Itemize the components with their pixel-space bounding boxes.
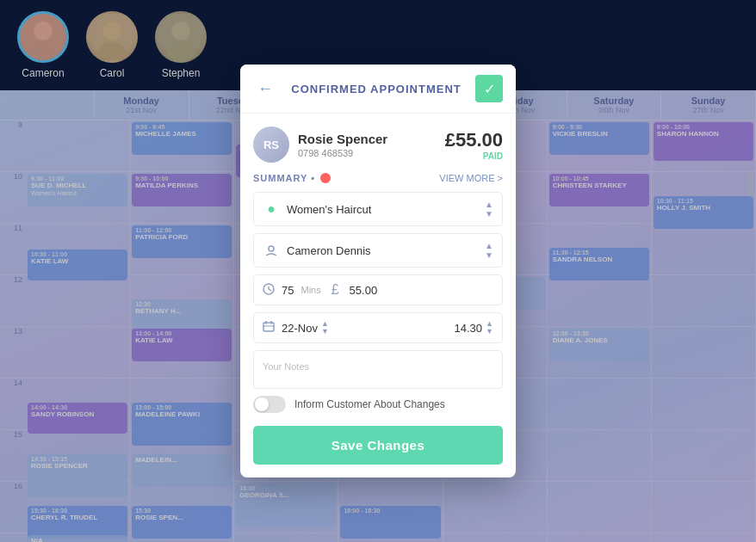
svg-point-6 xyxy=(269,246,274,251)
back-button[interactable]: ← xyxy=(253,77,277,101)
customer-avatar: RS xyxy=(253,126,289,163)
calendar-icon xyxy=(263,320,275,336)
modal-body: RS Rosie Spencer 0798 468539 £55.00 PAID… xyxy=(240,114,516,477)
duration-mins: 75 xyxy=(282,284,294,297)
toggle-row: Inform Customer About Changes xyxy=(253,396,503,413)
view-more-link[interactable]: VIEW MORE > xyxy=(439,173,503,183)
toggle-label: Inform Customer About Changes xyxy=(294,398,445,410)
customer-phone: 0798 468539 xyxy=(298,148,445,158)
customer-price: £55.00 PAID xyxy=(445,129,503,161)
save-label: Save Changes xyxy=(332,438,425,453)
modal-title: CONFIRMED APPOINTMENT xyxy=(277,83,475,95)
summary-label: SUMMARY • xyxy=(253,173,315,183)
modal-header: ← CONFIRMED APPOINTMENT ✓ xyxy=(240,65,516,114)
service-field[interactable]: ● Women's Haircut ▲ ▼ xyxy=(253,192,503,226)
stylist-icon xyxy=(263,244,280,256)
duration-row: 75 Mins £ 55.00 xyxy=(253,274,503,305)
summary-left: SUMMARY • xyxy=(253,173,331,183)
date-part: 22-Nov ▲ ▼ xyxy=(282,320,329,336)
price-sep: £ xyxy=(332,282,339,298)
summary-row: SUMMARY • VIEW MORE > xyxy=(253,173,503,183)
appointment-modal: ← CONFIRMED APPOINTMENT ✓ RS Rosie Spenc… xyxy=(240,65,516,477)
notes-placeholder: Your Notes xyxy=(263,361,309,372)
date-arrows[interactable]: ▲ ▼ xyxy=(321,320,329,336)
confirm-icon: ✓ xyxy=(484,81,495,97)
confirm-button[interactable]: ✓ xyxy=(475,75,503,102)
stylist-arrows[interactable]: ▲ ▼ xyxy=(485,241,493,260)
service-name: Women's Haircut xyxy=(287,203,485,216)
customer-row: RS Rosie Spencer 0798 468539 £55.00 PAID xyxy=(253,126,503,163)
inform-toggle[interactable] xyxy=(253,396,286,413)
customer-info: Rosie Spencer 0798 468539 xyxy=(298,132,445,158)
date-value: 22-Nov xyxy=(282,322,318,335)
save-button[interactable]: Save Changes xyxy=(253,426,503,465)
stylist-field[interactable]: Cameron Dennis ▲ ▼ xyxy=(253,233,503,268)
time-arrows[interactable]: ▲ ▼ xyxy=(486,320,493,336)
customer-name: Rosie Spencer xyxy=(298,132,445,146)
svg-line-9 xyxy=(269,289,271,291)
service-arrows[interactable]: ▲ ▼ xyxy=(485,200,493,219)
datetime-row[interactable]: 22-Nov ▲ ▼ 14.30 ▲ ▼ xyxy=(253,312,503,343)
time-part: 14.30 ▲ ▼ xyxy=(455,320,493,336)
duration-label: Mins xyxy=(301,285,320,295)
stylist-name: Cameron Dennis xyxy=(287,244,485,257)
modal-overlay: ← CONFIRMED APPOINTMENT ✓ RS Rosie Spenc… xyxy=(0,0,756,542)
price-status: PAID xyxy=(445,151,503,161)
toggle-knob xyxy=(255,397,269,411)
customer-initials: RS xyxy=(263,139,279,151)
svg-rect-10 xyxy=(263,323,274,331)
notes-area[interactable]: Your Notes xyxy=(253,350,503,389)
summary-dot xyxy=(320,173,331,183)
price-amount: £55.00 xyxy=(445,129,503,151)
service-icon: ● xyxy=(263,201,280,217)
clock-icon xyxy=(263,283,275,298)
duration-price: 55.00 xyxy=(350,284,378,297)
view-more-label: VIEW MORE > xyxy=(439,173,503,183)
time-value: 14.30 xyxy=(455,322,483,335)
